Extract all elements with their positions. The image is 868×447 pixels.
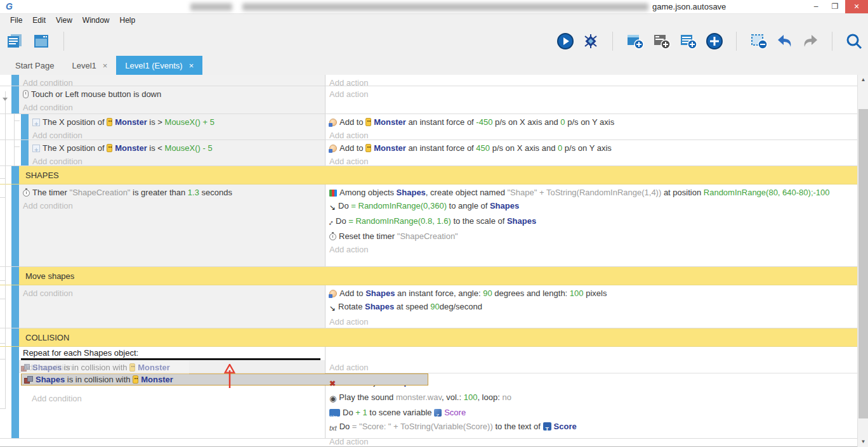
action-line[interactable]: Among objects Shapes, create object name… [329,186,855,199]
text-segment: "ShapeCreation" [70,188,131,197]
close-button[interactable]: ✕ [845,0,868,13]
text-segment: Do [339,422,352,431]
add-subevent-icon[interactable] [652,32,671,50]
toolbar-divider [63,32,64,51]
text-segment: an instant force of [406,143,477,153]
conditions-cell[interactable]: Touch or Left mouse button is downAdd co… [19,86,326,113]
debug-icon[interactable] [582,32,600,50]
menu-view[interactable]: View [51,15,77,26]
conditions-cell[interactable]: Add condition [19,75,326,86]
add-action-link[interactable]: Add action [326,347,857,373]
menu-edit[interactable]: Edit [27,15,51,26]
deselect-icon[interactable] [749,32,768,50]
undo-icon[interactable] [776,32,794,50]
condition-line[interactable]: The timer "ShapeCreation" is greater tha… [23,186,322,199]
action-line[interactable]: Do = RandomInRange(0.8, 1.6) to the scal… [329,214,855,230]
drag-ghost-row[interactable]: Add conditionShapes is in collision with… [19,360,325,373]
add-action-link[interactable]: Add action [329,435,857,447]
group-header[interactable]: SHAPES [19,166,857,184]
project-manager-icon[interactable] [5,32,24,50]
text-segment: Rotate [338,302,365,311]
add-condition-link[interactable]: Add condition [23,287,322,300]
action-line[interactable]: Reset the timer "ShapeCreation" [329,230,855,243]
action-line[interactable]: Add to Shapes an instant force, angle: 9… [329,287,855,300]
maximize-button[interactable]: ❐ [826,0,844,13]
add-circle-icon[interactable] [706,32,723,50]
scrollbar-thumb[interactable] [858,109,868,418]
text-segment: Monster [115,117,147,127]
monster-icon [133,375,138,384]
toolbar-divider [612,32,613,51]
action-line[interactable]: Add to Monster an instant force of -450 … [329,115,855,129]
action-line[interactable]: Do = RandomInRange(0,360) to angle of Sh… [329,199,855,214]
text-segment: is greater than [130,188,187,197]
actions-cell[interactable]: Add to Monster an instant force of -450 … [326,114,857,139]
red-arrow-annotation [222,364,237,389]
event-bar [11,86,19,113]
text-segment: Do [338,201,351,211]
add-action-link[interactable]: Add action [329,243,855,256]
text-segment: "Shape" + ToString(RandomInRange(1,4)) [508,188,662,197]
scene-window-icon[interactable] [32,32,51,50]
text-segment: an instant force, angle: [395,288,483,298]
conditions-cell[interactable]: The timer "ShapeCreation" is greater tha… [19,185,326,266]
text-segment: Shapes [397,188,426,197]
text-segment: 450 [476,143,490,153]
event-row: Touch or Left mouse button is downAdd co… [0,86,857,114]
action-line[interactable]: Play the sound monster.wav, vol.: 100, l… [329,391,857,406]
condition-line[interactable]: The X position of Monster is > MouseX() … [32,115,322,129]
condition-line[interactable]: Touch or Left mouse button is down [23,87,322,101]
tab-start-page[interactable]: Start Page [6,56,63,75]
text-segment: Score [444,408,466,417]
menu-file[interactable]: File [5,15,27,26]
redo-icon[interactable] [801,32,819,50]
actions-cell[interactable]: Add action [326,86,857,113]
text-object-icon [543,422,551,431]
add-condition-link[interactable]: Add condition [23,199,322,212]
text-segment: 0 [560,117,565,127]
repeat-event-cell[interactable]: Repeat for each Shapes object:Add condit… [19,347,326,438]
tab-close-icon[interactable]: × [103,61,108,70]
group-header[interactable]: COLLISION [19,328,857,346]
conditions-cell[interactable]: The X position of Monster is < MouseX() … [29,140,326,165]
actions-cell[interactable]: Among objects Shapes, create object name… [326,185,857,266]
conditions-cell[interactable]: The X position of Monster is > MouseX() … [29,114,326,139]
action-line[interactable]: Rotate Shapes at speed 90deg/second [329,300,855,315]
add-condition-link[interactable]: Add condition [23,101,322,114]
tab-level1[interactable]: Level1× [63,56,116,75]
menu-window[interactable]: Window [77,15,115,26]
actions-cell[interactable]: Add to Shapes an instant force, angle: 9… [326,285,857,328]
event-row: The X position of Monster is > MouseX() … [0,114,857,140]
condition-line[interactable]: The X position of Monster is < MouseX() … [32,141,322,155]
tab-level1-events-[interactable]: Level1 (Events)× [116,56,202,75]
action-line[interactable]: Add to Monster an instant force of 450 p… [329,141,855,155]
minimize-button[interactable]: – [807,0,825,13]
tree-rail-cell [0,166,11,184]
add-condition-link[interactable]: Add condition [19,392,325,405]
group-header[interactable]: Move shapes [19,267,857,285]
add-action-link[interactable]: Add action [329,315,855,328]
action-line[interactable]: Do + 1 to scene variable Score [329,406,857,420]
variable-icon [329,409,340,417]
repeat-title[interactable]: Repeat for each Shapes object: [19,347,325,358]
actions-cell[interactable]: Add to Monster an instant force of 450 p… [326,140,857,165]
tab-close-icon[interactable]: × [189,61,194,70]
search-icon[interactable] [845,32,863,50]
conditions-cell[interactable]: Add condition [19,285,326,328]
play-icon[interactable] [556,32,574,50]
monster-icon [365,118,371,126]
add-event-icon[interactable] [626,32,645,50]
scroll-up-icon[interactable]: ▲ [858,75,868,85]
add-action-link[interactable]: Add action [329,87,855,101]
actions-cell[interactable]: Add action [326,75,857,86]
add-comment-icon[interactable] [679,32,698,50]
scroll-down-icon[interactable]: ▼ [858,437,868,447]
text-segment: is < [147,143,165,153]
vertical-scrollbar[interactable]: ▲ ▼ [857,75,868,447]
actions-cell[interactable]: Add actionDelete object ShapesPlay the s… [326,347,857,438]
action-line[interactable]: Do = "Score: " + ToString(Variable(Score… [329,420,857,435]
text-segment: , create object named [426,188,508,197]
menu-help[interactable]: Help [115,15,141,26]
section-header-row: COLLISION [0,328,857,347]
tree-rail-cell [0,328,11,346]
